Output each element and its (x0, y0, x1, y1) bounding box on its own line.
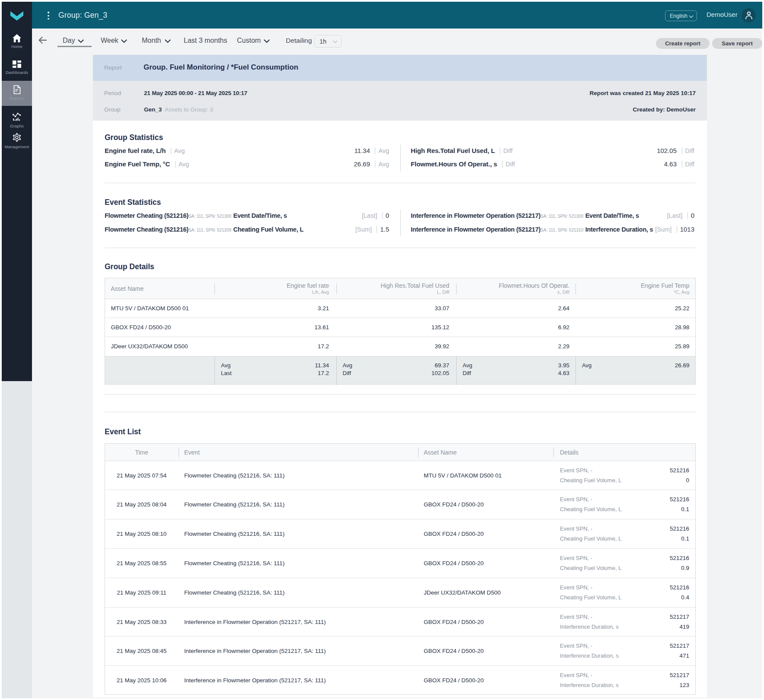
event-stat-value-number: 0 (386, 212, 389, 219)
stats-column-divider (400, 145, 401, 172)
column-separator (553, 448, 554, 457)
summary-agg-label: Diff (343, 370, 351, 376)
cell-time: 21 May 2025 08:04 (105, 501, 178, 508)
cell-asset-name: GBOX FD24 / D500-20 (424, 648, 484, 654)
chevron-down-icon (121, 39, 127, 43)
detail-value: 521216 (559, 496, 689, 503)
stat-value-number: 26.69 (354, 160, 370, 168)
detail-value: 0.1 (559, 535, 689, 542)
kebab-menu-icon[interactable] (48, 12, 49, 20)
stat-value-agg: Avg (378, 147, 389, 154)
event-stat-value: [Sum] 1.5 (355, 226, 389, 233)
group-label: Group (104, 106, 121, 113)
column-separator (456, 283, 457, 294)
event-row[interactable]: 21 May 2025 07:54 Flowmeter Cheating (52… (105, 461, 695, 490)
event-list-table: Time Event Asset Name Details 21 May 202… (105, 443, 696, 695)
cell-event: Interference in Flowmeter Operation (521… (184, 648, 326, 654)
detail-value: 0.4 (559, 594, 689, 601)
detail-value: 419 (559, 624, 689, 630)
event-row[interactable]: 21 May 2025 09:11 Flowmeter Cheating (52… (105, 578, 695, 608)
table-row[interactable]: JDeer UX32/DATAKOM D500 17.2 39.92 2.29 … (105, 337, 695, 356)
event-row[interactable]: 21 May 2025 08:45 Interference in Flowme… (105, 636, 695, 666)
table-row[interactable]: GBOX FD24 / D500-20 13.61 135.12 6.92 28… (105, 318, 695, 337)
chevron-down-icon (165, 39, 171, 43)
column-header: Engine fuel rate (287, 282, 329, 289)
event-list-header: Time Event Asset Name Details (105, 444, 695, 461)
column-separator (575, 283, 576, 294)
detailing-select[interactable]: 1h (314, 35, 342, 48)
tab-day[interactable]: Day (63, 37, 75, 45)
group-details-header: Asset Name Engine fuel rate L/h, Avg Hig… (105, 278, 695, 299)
tab-custom[interactable]: Custom (237, 37, 261, 45)
language-select[interactable]: English (665, 10, 697, 21)
cell-asset-name: GBOX FD24 / D500-20 (424, 619, 484, 625)
event-row[interactable]: 21 May 2025 10:06 Interference in Flowme… (105, 666, 695, 695)
sidebar-item-reports[interactable]: Reports (2, 81, 32, 106)
graphs-icon (2, 112, 32, 123)
cell-value: 28.98 (675, 324, 690, 331)
event-row[interactable]: 21 May 2025 08:10 Flowmeter Cheating (52… (105, 519, 695, 549)
user-name[interactable]: DemoUser (706, 11, 736, 18)
sidebar-item-management[interactable]: Management (2, 129, 32, 154)
detailing-select-value: 1h (320, 38, 326, 45)
column-header: Time (105, 449, 178, 456)
cell-asset-name: GBOX FD24 / D500-20 (424, 677, 484, 684)
sidebar-item-graphs[interactable]: Graphs (2, 107, 32, 132)
top-bar: Group: Gen_3 English DemoUser (32, 2, 762, 29)
stat-agg: Avg (179, 161, 189, 168)
active-tab-underline (58, 46, 92, 47)
app-frame: Home Dashboards (2, 2, 762, 698)
cell-value: 2.29 (558, 343, 569, 350)
summary-value: 11.34 (315, 362, 329, 369)
event-row[interactable]: 21 May 2025 08:55 Flowmeter Cheating (52… (105, 549, 695, 578)
pipe-separator (502, 161, 502, 168)
tab-week[interactable]: Week (101, 37, 118, 45)
event-stat-row: Interference in Flowmeter Operation (521… (411, 212, 639, 220)
cell-asset-name: GBOX FD24 / D500-20 (424, 501, 484, 508)
cell-event: Flowmeter Cheating (521216, SA: 111) (184, 531, 285, 537)
kebab-dot (48, 15, 49, 16)
report-label: Report (104, 64, 122, 71)
summary-value: 102.05 (432, 370, 449, 376)
group-statistics-title: Group Statistics (105, 133, 163, 142)
detail-value: 521216 (559, 584, 689, 591)
tab-last-3-months[interactable]: Last 3 months (184, 37, 227, 45)
cell-value: 6.92 (558, 324, 569, 331)
avatar[interactable] (742, 8, 756, 22)
cell-value: 2.64 (558, 305, 569, 312)
pipe-separator (375, 161, 375, 168)
person-icon (745, 11, 753, 20)
table-row[interactable]: MTU 5V / DATAKOM D500 01 3.21 33.07 2.64… (105, 299, 695, 318)
column-separator (214, 356, 215, 385)
detail-value: 521217 (559, 643, 689, 649)
event-stat-agg: [Sum] (655, 226, 671, 233)
cell-value: 25.22 (675, 305, 690, 312)
sidebar-item-home[interactable]: Home (2, 30, 32, 55)
section-divider (105, 183, 696, 183)
save-report-button[interactable]: Save report (712, 38, 762, 49)
stat-name: High Res.Total Fuel Used, L (411, 147, 495, 154)
column-header-sub: L, Diff (437, 290, 449, 295)
detail-value: 471 (559, 652, 689, 659)
detailing-label: Detailing (286, 37, 312, 45)
event-row[interactable]: 21 May 2025 08:04 Flowmeter Cheating (52… (105, 490, 695, 519)
column-header: Event (184, 449, 200, 456)
tab-month[interactable]: Month (142, 37, 161, 45)
event-row[interactable]: 21 May 2025 08:33 Interference in Flowme… (105, 608, 695, 637)
event-stat-param: Event Date/Time, s (233, 212, 287, 219)
cell-asset-name: MTU 5V / DATAKOM D500 01 (424, 472, 502, 479)
sidebar-item-dashboards[interactable]: Dashboards (2, 56, 32, 81)
summary-agg-label: Avg (582, 362, 591, 369)
cell-event: Flowmeter Cheating (521216, SA: 111) (184, 472, 285, 479)
create-report-button[interactable]: Create report (656, 38, 710, 49)
column-separator (179, 448, 179, 457)
app-logo-chevron-icon[interactable] (10, 11, 23, 21)
column-header: Asset Name (424, 449, 457, 456)
stat-value: 102.05 Diff (657, 147, 694, 155)
event-stat-param: Cheating Fuel Volume, L (233, 226, 304, 233)
cell-value: 25.89 (675, 343, 690, 350)
pipe-separator (377, 226, 377, 233)
back-arrow-button[interactable] (38, 37, 47, 44)
period-value: 21 May 2025 00:00 - 21 May 2025 10:17 (144, 90, 247, 96)
event-stat-value-number: 0 (691, 212, 694, 219)
